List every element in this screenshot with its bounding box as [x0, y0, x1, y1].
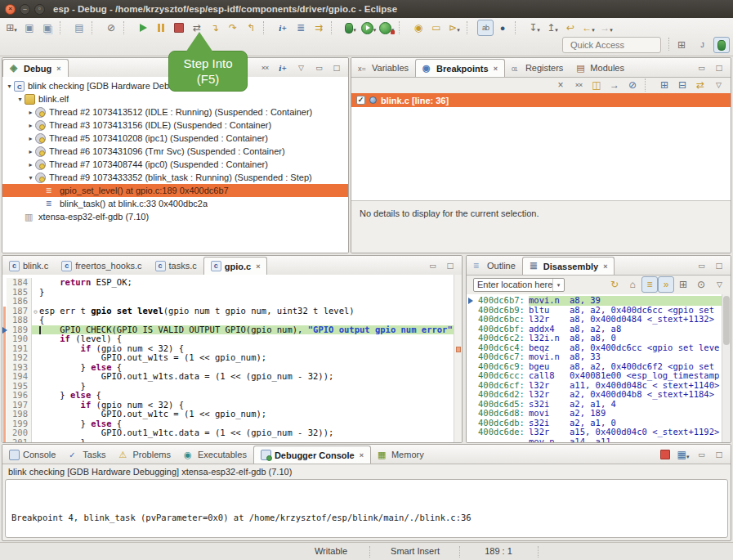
refresh-icon[interactable]: ↻	[606, 276, 623, 293]
save-all-icon[interactable]: ▣	[38, 20, 56, 36]
code-line[interactable]: 194 GPIO.out1_w1ts.data = (1 << (gpio_nu…	[2, 372, 454, 382]
breakpoint-checkbox[interactable]: ✓	[356, 96, 365, 105]
console-tab[interactable]: Executables	[177, 446, 253, 464]
maximize-icon[interactable]: □	[328, 60, 346, 76]
debug-tree-row[interactable]: ▸ Thread #5 1073410208 (ipc1) (Suspended…	[2, 132, 348, 145]
tree-expander-icon[interactable]: ▾	[16, 96, 25, 103]
fold-margin[interactable]	[32, 344, 39, 354]
fold-margin[interactable]	[32, 382, 39, 392]
fold-margin[interactable]	[32, 334, 39, 344]
chevron-down-icon[interactable]: ▾	[552, 279, 564, 291]
console-tab[interactable]: Memory	[371, 446, 431, 464]
step-over-icon[interactable]: ↷	[224, 20, 242, 36]
view-tab[interactable]: Breakpoints ×	[415, 59, 505, 77]
debug-tree-row[interactable]: xtensa-esp32-elf-gdb (7.10)	[2, 210, 348, 223]
fold-margin[interactable]	[32, 325, 39, 335]
close-icon[interactable]: ×	[56, 65, 60, 73]
toolbar-separator[interactable]	[92, 21, 100, 34]
editor-tab[interactable]: blink.c	[2, 257, 55, 275]
toolbar-separator[interactable]	[123, 21, 132, 34]
debug-tree-row[interactable]: ▾ Thread #9 1073433352 (blink_task : Run…	[2, 171, 348, 184]
debug-context-icon[interactable]: ≣	[292, 20, 310, 36]
code-line[interactable]: 197 if (gpio_num < 32) {	[2, 401, 454, 410]
disassembly-line[interactable]: 400dc6de: l32ra15, 0x400d04c0 <_stext+11…	[467, 428, 722, 437]
disassembly-line[interactable]: 400dc6bc: l32ra8, 0x400d0484 <_stext+113…	[467, 315, 722, 325]
code-line[interactable]: 200 GPIO.out1_w1tc.data = (1 << (gpio_nu…	[2, 428, 454, 438]
code-line[interactable]: 188 {	[2, 316, 454, 325]
view-tab[interactable]: Disassembly ×	[522, 257, 615, 275]
use-step-filters-icon[interactable]: ⇉	[310, 20, 328, 36]
overview-ruler[interactable]	[454, 275, 462, 442]
tree-expander-icon[interactable]: ▸	[26, 122, 35, 129]
console-output[interactable]: Breakpoint 4, blink_task (pvParameter=0x…	[5, 479, 728, 538]
code-line[interactable]: 193 } else {	[2, 363, 454, 373]
console-tab[interactable]: Problems	[112, 446, 177, 464]
view-tab[interactable]: Modules	[570, 59, 631, 77]
dropdown-icon[interactable]	[14, 20, 17, 35]
close-icon[interactable]: ×	[494, 65, 498, 73]
home-icon[interactable]: ⌂	[623, 276, 641, 293]
tab-debug[interactable]: Debug ×	[2, 59, 69, 77]
maximize-icon[interactable]: □	[710, 446, 728, 463]
show-breakpoints-for-icon[interactable]: ◫	[588, 77, 606, 93]
debug-tree-row[interactable]: ▸ Thread #2 1073413512 (IDLE : Running) …	[2, 105, 348, 119]
disassembly-line[interactable]: 400dc6cc: call80x40081e00 <esp_log_times…	[467, 371, 722, 381]
debug-tree-row[interactable]: gpio_set_level() at gpio.c:189 0x400dc6b…	[2, 184, 348, 197]
code-line[interactable]: 196 } else {	[2, 391, 454, 401]
disassembly-line[interactable]: 400dc6b7: movi.na8, 39	[467, 296, 722, 306]
dropdown-icon[interactable]	[610, 20, 613, 35]
code-line[interactable]: 190 if (level) {	[2, 334, 454, 344]
tree-expander-icon[interactable]: ▾	[5, 83, 14, 90]
tree-expander-icon[interactable]: ▸	[26, 109, 35, 116]
previous-annotation-icon[interactable]: ↥	[543, 20, 561, 36]
tree-expander-icon[interactable]: ▾	[26, 174, 35, 181]
dropdown-icon[interactable]	[373, 20, 377, 35]
close-icon[interactable]: ×	[603, 262, 607, 271]
toolbar-separator[interactable]	[645, 78, 653, 92]
minimize-icon[interactable]: ▭	[310, 60, 328, 76]
window-maximize-button[interactable]: ▫	[34, 4, 45, 15]
open-resource-icon[interactable]: ▭	[427, 20, 445, 36]
fold-margin[interactable]	[32, 401, 39, 410]
disassembly-line[interactable]: 400dc6c7: movi.na8, 33	[467, 352, 722, 362]
fold-margin[interactable]	[32, 419, 39, 429]
dropdown-icon[interactable]	[686, 447, 690, 462]
debug-tree-row[interactable]: ▾ blink.elf	[2, 92, 348, 105]
new-view-icon[interactable]: ⊞	[674, 276, 692, 293]
open-perspective-icon[interactable]: ⊞	[673, 37, 691, 53]
debug-tree-row[interactable]: ▸ Thread #6 1073431096 (Tmr Svc) (Suspen…	[2, 145, 348, 158]
console-tab[interactable]: Console	[2, 446, 62, 464]
toolbar-separator[interactable]	[399, 21, 407, 34]
fold-margin[interactable]	[32, 288, 39, 298]
dropdown-icon[interactable]	[537, 20, 540, 35]
fold-margin[interactable]	[32, 372, 39, 382]
toolbar-separator[interactable]	[60, 21, 68, 34]
fold-margin[interactable]	[32, 297, 39, 307]
mark-occurrences-icon[interactable]: ab	[477, 20, 494, 36]
disassembly-line[interactable]: 400dc6d8: movia2, 189	[467, 409, 722, 419]
remove-all-breakpoints-icon[interactable]: ××	[570, 77, 588, 93]
maximize-icon[interactable]: □	[710, 258, 728, 274]
minimize-icon[interactable]: ▭	[692, 60, 710, 76]
close-icon[interactable]: ×	[360, 451, 364, 459]
dropdown-icon[interactable]	[457, 20, 460, 35]
back-icon[interactable]: ←	[579, 20, 597, 36]
save-db-icon[interactable]: ▤	[70, 20, 88, 36]
pin-view-icon[interactable]: ⊙	[692, 276, 710, 293]
last-edit-location-icon[interactable]: ↩	[561, 20, 579, 36]
debug-button[interactable]	[342, 20, 360, 36]
editor-tab[interactable]: tasks.c	[149, 257, 203, 275]
show-source-icon[interactable]: ≡	[641, 276, 658, 293]
fold-margin[interactable]	[32, 428, 39, 438]
scrollbar-thumb[interactable]	[723, 296, 730, 345]
run-button[interactable]	[360, 20, 378, 36]
code-line[interactable]: 192 GPIO.out_w1ts = (1 << gpio_num);	[2, 353, 454, 363]
new-wizard-icon[interactable]: ⊞	[2, 20, 20, 36]
debug-tree-row[interactable]: ▸ Thread #3 1073413156 (IDLE) (Suspended…	[2, 119, 348, 132]
toolbar-separator[interactable]	[263, 21, 271, 34]
toolbar-separator[interactable]	[515, 21, 523, 34]
quick-access-box[interactable]: Quick Access	[562, 37, 661, 53]
console-tab[interactable]: Debugger Console ×	[253, 446, 371, 464]
open-type-icon[interactable]: ◉	[409, 20, 427, 36]
disassembly-line[interactable]: 400dc6d2: l32ra2, 0x400d04b8 <_stext+118…	[467, 390, 722, 400]
